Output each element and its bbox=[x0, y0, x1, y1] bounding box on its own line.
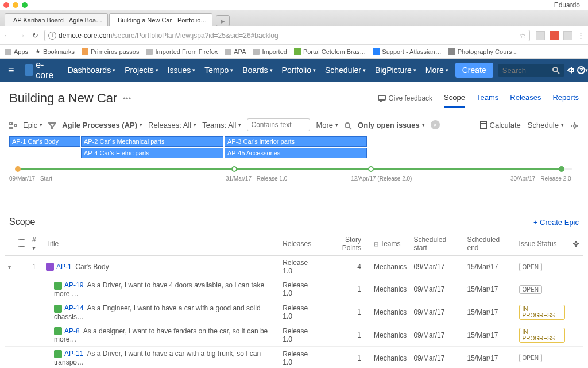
bookmark-item[interactable]: Imported bbox=[253, 48, 287, 55]
table-row[interactable]: AP-11 As a Driver, I want to have a car … bbox=[5, 347, 583, 368]
teams-filter[interactable]: Teams: All ▾ bbox=[202, 121, 241, 129]
global-search[interactable] bbox=[498, 64, 564, 77]
nav-item[interactable]: BigPicture ▾ bbox=[370, 59, 421, 82]
extension-icon[interactable] bbox=[563, 31, 572, 40]
project-filter[interactable]: Agile Processes (AP) ▾ bbox=[62, 121, 142, 129]
issue-key-link[interactable]: AP-14 bbox=[64, 304, 83, 312]
create-epic-link[interactable]: + Create Epic bbox=[533, 218, 579, 227]
timeline-marker[interactable] bbox=[231, 166, 237, 172]
timeline-marker[interactable] bbox=[368, 166, 374, 172]
col-status[interactable]: Issue Status bbox=[516, 232, 568, 256]
more-filters[interactable]: More ▾ bbox=[316, 121, 338, 129]
col-story-points[interactable]: Story Points bbox=[322, 232, 370, 256]
expand-toggle[interactable] bbox=[5, 324, 14, 347]
announce-icon[interactable] bbox=[567, 63, 575, 77]
expand-toggle[interactable] bbox=[5, 301, 14, 324]
table-row[interactable]: AP-8 As a designer, I want to have fende… bbox=[5, 324, 583, 347]
hamburger-icon[interactable]: ≡ bbox=[5, 64, 18, 76]
status-badge[interactable]: IN PROGRESS bbox=[519, 305, 565, 320]
nav-item[interactable]: Scheduler ▾ bbox=[320, 59, 370, 82]
forward-icon[interactable]: → bbox=[18, 31, 25, 40]
back-icon[interactable]: ← bbox=[3, 31, 11, 40]
reload-icon[interactable]: ↻ bbox=[32, 31, 38, 40]
close-window-icon[interactable] bbox=[3, 2, 9, 8]
bookmark-item[interactable]: Portal Cetelem Bras… bbox=[294, 48, 366, 55]
give-feedback-link[interactable]: Give feedback bbox=[378, 94, 432, 102]
schedule-button[interactable]: Schedule ▾ bbox=[528, 121, 564, 129]
expand-toggle[interactable] bbox=[5, 278, 14, 301]
bookmark-item[interactable]: Primeiros passos bbox=[82, 48, 139, 55]
table-row[interactable]: ▾ 1 AP-1 Car's Body Release 1.0 4 Mechan… bbox=[5, 256, 583, 278]
nav-item[interactable]: More ▾ bbox=[421, 59, 453, 82]
table-row[interactable]: AP-14 As a Engineer, I want to have a ca… bbox=[5, 301, 583, 324]
nav-item[interactable]: Issues ▾ bbox=[163, 59, 200, 82]
brand-logo[interactable]: e-core bbox=[20, 60, 61, 80]
nav-item[interactable]: Dashboards ▾ bbox=[63, 59, 121, 82]
filter-search-input[interactable] bbox=[247, 118, 310, 131]
calculate-button[interactable]: Calculate bbox=[479, 121, 521, 129]
issue-key-link[interactable]: AP-8 bbox=[64, 327, 80, 335]
search-input[interactable] bbox=[502, 66, 548, 75]
browser-menu-icon[interactable]: ⋮ bbox=[577, 31, 585, 40]
nav-item[interactable]: Tempo ▾ bbox=[200, 59, 238, 82]
bookmark-item[interactable]: Apps bbox=[5, 48, 28, 55]
roadmap-bar[interactable]: AP-4 Car's Eletric parts bbox=[81, 148, 223, 158]
url-input[interactable]: i demo.e-core.com/secure/PortfolioPlanVi… bbox=[44, 30, 530, 41]
status-badge[interactable]: OPEN bbox=[519, 285, 542, 294]
roadmap-bar[interactable]: AP-45 Accessories bbox=[225, 148, 367, 158]
roadmap-bar[interactable]: AP-2 Car´s Mechanical parts bbox=[81, 136, 223, 147]
col-teams[interactable]: Teams bbox=[380, 240, 400, 248]
minimize-window-icon[interactable] bbox=[13, 2, 18, 8]
col-releases[interactable]: Releases bbox=[279, 232, 322, 256]
search-icon[interactable] bbox=[344, 121, 352, 129]
funnel-icon[interactable] bbox=[48, 121, 56, 129]
timeline-track[interactable] bbox=[9, 164, 579, 173]
create-button[interactable]: Create bbox=[455, 63, 493, 78]
tab-reports[interactable]: Reports bbox=[552, 89, 579, 108]
table-row[interactable]: AP-19 As a Driver, I want to have 4 door… bbox=[5, 278, 583, 301]
extension-icon[interactable] bbox=[536, 31, 545, 40]
bookmark-item[interactable]: ★Bookmarks bbox=[35, 48, 75, 55]
new-tab-button[interactable]: ▸ bbox=[216, 15, 230, 26]
bookmark-item[interactable]: Support - Atlassian… bbox=[373, 48, 441, 55]
col-scheduled-end[interactable]: Scheduled end bbox=[463, 232, 515, 256]
more-actions-icon[interactable]: ••• bbox=[123, 94, 131, 103]
browser-tab[interactable]: Building a New Car - Portfolio… × bbox=[109, 13, 212, 26]
expand-toggle[interactable]: ▾ bbox=[5, 256, 14, 278]
epic-filter[interactable]: Epic ▾ bbox=[23, 121, 42, 129]
browser-tab[interactable]: AP Kanban Board - Agile Boa… × bbox=[5, 13, 108, 26]
issue-key-link[interactable]: AP-19 bbox=[64, 281, 83, 289]
gear-icon[interactable] bbox=[572, 240, 580, 248]
star-icon[interactable]: ☆ bbox=[520, 32, 526, 40]
help-icon[interactable]: ▾ bbox=[577, 63, 588, 77]
nav-item[interactable]: Portfolio ▾ bbox=[277, 59, 320, 82]
open-issues-filter[interactable]: Only open issues ▾ bbox=[358, 121, 425, 129]
gear-icon[interactable] bbox=[571, 121, 579, 129]
issue-key-link[interactable]: AP-1 bbox=[56, 263, 72, 271]
expand-toggle[interactable] bbox=[5, 347, 14, 368]
roadmap-bar[interactable]: AP-3 Car's interior parts bbox=[225, 136, 367, 147]
releases-filter[interactable]: Releases: All ▾ bbox=[148, 121, 196, 129]
col-title[interactable]: Title bbox=[42, 232, 279, 256]
status-badge[interactable]: OPEN bbox=[519, 354, 542, 362]
select-all-checkbox[interactable] bbox=[18, 239, 25, 247]
issue-key-link[interactable]: AP-11 bbox=[64, 350, 83, 358]
timeline-end-marker[interactable] bbox=[559, 166, 564, 172]
clear-filter-icon[interactable]: × bbox=[431, 120, 440, 129]
tab-teams[interactable]: Teams bbox=[477, 89, 498, 108]
col-num[interactable]: # bbox=[32, 236, 36, 244]
tab-scope[interactable]: Scope bbox=[444, 89, 465, 108]
hierarchy-icon[interactable] bbox=[9, 121, 17, 129]
bookmark-item[interactable]: Imported From Firefox bbox=[146, 48, 218, 55]
roadmap-bar[interactable]: AP-1 Car's Body bbox=[9, 136, 80, 147]
tab-releases[interactable]: Releases bbox=[510, 89, 541, 108]
nav-item[interactable]: Boards ▾ bbox=[238, 59, 277, 82]
nav-item[interactable]: Projects ▾ bbox=[120, 59, 163, 82]
bookmark-item[interactable]: Photography Cours… bbox=[448, 48, 519, 55]
status-badge[interactable]: IN PROGRESS bbox=[519, 328, 565, 343]
status-badge[interactable]: OPEN bbox=[519, 263, 542, 271]
bookmark-item[interactable]: APA bbox=[225, 48, 246, 55]
maximize-window-icon[interactable] bbox=[22, 2, 28, 8]
col-scheduled-start[interactable]: Scheduled start bbox=[410, 232, 463, 256]
site-info-icon[interactable]: i bbox=[48, 32, 56, 40]
